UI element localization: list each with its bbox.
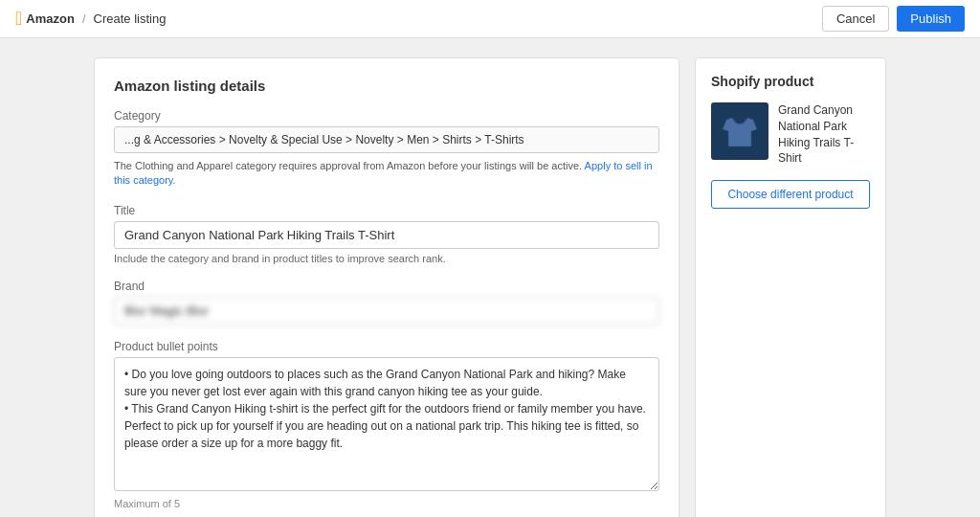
category-breadcrumb: ...g & Accessories > Novelty & Special U… — [114, 126, 659, 153]
amazon-logo:  Amazon — [15, 8, 75, 30]
product-card: Grand Canyon National Park Hiking Trails… — [711, 102, 870, 167]
shopify-panel-title: Shopify product — [711, 74, 870, 89]
bullet-points-group: Product bullet points • Do you love goin… — [114, 340, 659, 509]
title-group: Title Include the category and brand in … — [114, 204, 659, 264]
title-input[interactable] — [114, 221, 659, 249]
choose-different-product-button[interactable]: Choose different product — [711, 180, 870, 209]
brand-label: Brand — [114, 280, 659, 293]
page-title: Create listing — [94, 11, 167, 26]
breadcrumb-separator: / — [82, 11, 86, 26]
bullet-points-max: Maximum of 5 — [114, 498, 659, 509]
brand-input[interactable] — [114, 297, 659, 325]
bullet-points-textarea[interactable]: • Do you love going outdoors to places s… — [114, 357, 659, 491]
amazon-icon:  — [15, 8, 22, 30]
top-bar:  Amazon / Create listing Cancel Publish — [0, 0, 980, 38]
title-label: Title — [114, 204, 659, 217]
tshirt-icon — [719, 110, 761, 152]
category-note: The Clothing and Apparel category requir… — [114, 159, 659, 189]
listing-details-panel: Amazon listing details Category ...g & A… — [94, 57, 679, 517]
brand-group: Brand — [114, 280, 659, 325]
category-note-text: The Clothing and Apparel category requir… — [114, 160, 582, 171]
product-name: Grand Canyon National Park Hiking Trails… — [778, 102, 870, 167]
cancel-button[interactable]: Cancel — [822, 6, 889, 32]
breadcrumb-area:  Amazon / Create listing — [15, 8, 166, 30]
category-group: Category ...g & Accessories > Novelty & … — [114, 109, 659, 189]
panel-title: Amazon listing details — [114, 78, 659, 94]
bullet-points-label: Product bullet points — [114, 340, 659, 353]
brand-name: Amazon — [26, 11, 75, 26]
title-hint: Include the category and brand in produc… — [114, 253, 659, 264]
main-content: Amazon listing details Category ...g & A… — [78, 38, 902, 517]
publish-button[interactable]: Publish — [897, 6, 965, 32]
category-label: Category — [114, 109, 659, 123]
product-image — [711, 102, 768, 160]
shopify-product-panel: Shopify product Grand Canyon National Pa… — [695, 57, 886, 517]
top-bar-actions: Cancel Publish — [822, 6, 965, 32]
